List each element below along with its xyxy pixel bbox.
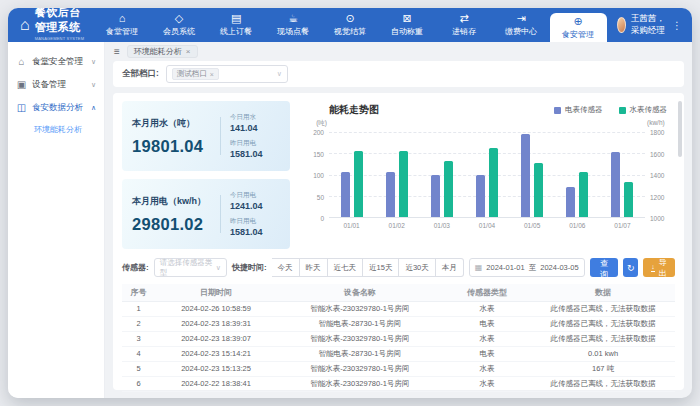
- stall-tag: 测试档口 ×: [172, 68, 219, 80]
- device-icon: ▣: [16, 79, 27, 90]
- tab-env-energy-analysis[interactable]: 环境能耗分析 ×: [127, 45, 198, 58]
- chevron-down-icon: ∨: [277, 70, 282, 78]
- top-nav-item[interactable]: ⌂ 食堂管理: [94, 8, 151, 42]
- cell-sensor-type: 水表: [443, 376, 531, 391]
- cell-datetime: 2024-02-22 18:38:41: [155, 376, 277, 391]
- cell-device-name: 智能水表-230329780-1号房间: [277, 301, 443, 316]
- user-name: 王茜茜，采购经理: [631, 13, 665, 37]
- kebab-menu-icon[interactable]: ⋮: [672, 20, 682, 31]
- water-bar: [354, 151, 363, 217]
- quick-time-button[interactable]: 昨天: [300, 258, 328, 277]
- house-icon: ⌂: [16, 56, 27, 67]
- stat-card: 本月用电（kw/h） 29801.02 今日用电 1241.04: [122, 179, 290, 249]
- chart-x-axis: 01/0101/0201/0301/0401/0501/0601/07: [329, 218, 645, 232]
- stat-value: 19801.04: [132, 137, 211, 156]
- water-bar: [624, 182, 633, 217]
- sidebar-item-food-safety-analysis[interactable]: ◫ 食安数据分析 ∧: [8, 96, 104, 119]
- axis-tick: 1200: [650, 193, 664, 200]
- table-row[interactable]: 6 2024-02-22 18:38:41 智能水表-230329780-1号房…: [122, 376, 675, 391]
- top-nav-item[interactable]: ⇄ 进销存: [436, 8, 493, 42]
- date-end: 2024-03-05: [540, 263, 578, 272]
- water-bar: [534, 163, 543, 217]
- table-row[interactable]: 1 2024-02-26 10:58:59 智能水表-230329780-1号房…: [122, 301, 675, 316]
- table-row[interactable]: 2 2024-02-23 18:39:31 智能电表-28730-1号房间 电表…: [122, 316, 675, 331]
- x-axis-label: 01/01: [343, 222, 359, 232]
- table-column-header: 数据: [531, 284, 675, 301]
- quick-time-button[interactable]: 今天: [272, 258, 300, 277]
- sensor-filter-label: 传感器:: [122, 262, 149, 273]
- quick-time-button[interactable]: 本月: [436, 258, 464, 277]
- cell-device-name: 智能水表-230329780-1号房间: [277, 376, 443, 391]
- cell-index: 3: [122, 331, 155, 346]
- top-nav-item[interactable]: ◇ 会员系统: [151, 8, 208, 42]
- bar-group: [521, 132, 543, 217]
- top-nav-item[interactable]: ⇥ 缴费中心: [493, 8, 550, 42]
- app-title: 餐饮后台管理系统: [35, 8, 88, 35]
- axis-tick: 1800: [650, 129, 664, 136]
- electric-bar: [431, 175, 440, 217]
- bar-group: [611, 132, 633, 217]
- quick-time-button[interactable]: 近七天: [328, 258, 364, 277]
- calendar-icon: ▦: [475, 263, 483, 272]
- table-header: 序号日期时间设备名称传感器类型数据: [122, 284, 675, 301]
- user-menu[interactable]: 王茜茜，采购经理 ⋮: [607, 8, 692, 42]
- sidebar-item-device-management[interactable]: ▣ 设备管理 ∨: [8, 73, 104, 96]
- tag-close-icon[interactable]: ×: [210, 71, 214, 78]
- x-axis-label: 01/05: [524, 222, 540, 232]
- user-avatar: [617, 17, 626, 33]
- table-row[interactable]: 4 2024-02-23 15:14:21 智能电表-28730-1号房间 电表…: [122, 346, 675, 361]
- chart-plot: [329, 132, 645, 218]
- sidebar-item-canteen-safety[interactable]: ⌂ 食堂安全管理 ∨: [8, 50, 104, 73]
- stat-side-label: 今日用电: [230, 191, 280, 200]
- date-range-picker[interactable]: ▦ 2024-01-01 至 2024-03-05: [469, 258, 585, 277]
- top-nav-item[interactable]: ⊕ 食安管理: [550, 13, 607, 42]
- sidebar-subitem-env-energy-analysis[interactable]: 环境能耗分析: [8, 119, 104, 140]
- scrollbar-thumb[interactable]: [678, 101, 682, 157]
- x-axis-label: 01/06: [569, 222, 585, 232]
- water-bar: [579, 172, 588, 217]
- table-row[interactable]: 5 2024-02-23 15:13:25 智能水表-230329780-1号房…: [122, 361, 675, 376]
- electric-bar: [566, 187, 575, 217]
- legend-label: 水表传感器: [630, 105, 668, 115]
- export-button-label: 导出: [659, 257, 667, 279]
- stall-select[interactable]: 测试档口 × ∨: [166, 65, 288, 83]
- top-navbar: ⌂ 餐饮后台管理系统 MANAGEMENT SYSTEM OF SMART CA…: [8, 8, 692, 42]
- axis-tick: 1400: [650, 172, 664, 179]
- cell-data: 167 吨: [531, 361, 675, 376]
- cell-datetime: 2024-02-23 15:14:21: [155, 346, 277, 361]
- cell-data: 此传感器已离线，无法获取数据: [531, 316, 675, 331]
- x-axis-label: 01/03: [434, 222, 450, 232]
- stat-title: 本月用水（吨）: [132, 117, 211, 130]
- table-row[interactable]: 3 2024-02-23 18:39:07 智能水表-230329780-1号房…: [122, 331, 675, 346]
- cell-sensor-type: 水表: [443, 361, 531, 376]
- nav-item-label: 自动称重: [391, 26, 423, 37]
- nav-item-label: 缴费中心: [505, 26, 537, 37]
- electric-bar: [611, 152, 620, 217]
- water-bar: [399, 151, 408, 217]
- top-nav-item[interactable]: ⊙ 视觉结算: [322, 8, 379, 42]
- sensor-type-select[interactable]: 请选择传感器类型 ∨: [154, 258, 227, 277]
- legend-item[interactable]: 电表传感器: [554, 105, 603, 115]
- table-column-header: 序号: [122, 284, 155, 301]
- top-nav-item[interactable]: ▤ 线上订餐: [208, 8, 265, 42]
- stall-tag-label: 测试档口: [177, 69, 207, 79]
- sidebar: ⌂ 食堂安全管理 ∨ ▣ 设备管理 ∨ ◫ 食安数据分析 ∧ 环境能耗分析: [8, 42, 105, 398]
- quick-time-button[interactable]: 近15天: [363, 258, 399, 277]
- legend-item[interactable]: 水表传感器: [619, 105, 668, 115]
- quick-time-button[interactable]: 近30天: [399, 258, 435, 277]
- nav-item-label: 进销存: [452, 26, 476, 37]
- close-icon[interactable]: ×: [186, 47, 191, 56]
- nav-item-icon: ◇: [175, 13, 183, 24]
- app-window: ⌂ 餐饮后台管理系统 MANAGEMENT SYSTEM OF SMART CA…: [8, 8, 692, 398]
- search-button[interactable]: 查询: [590, 258, 619, 277]
- table-column-header: 日期时间: [155, 284, 277, 301]
- x-axis-label: 01/07: [614, 222, 630, 232]
- table-body: 1 2024-02-26 10:58:59 智能水表-230329780-1号房…: [122, 301, 675, 391]
- top-nav-item[interactable]: ☕ 现场点餐: [265, 8, 322, 42]
- sidebar-collapse-icon[interactable]: ≡: [114, 46, 120, 57]
- top-nav-item[interactable]: ⊠ 自动称重: [379, 8, 436, 42]
- refresh-button[interactable]: ↻: [623, 258, 638, 277]
- export-button[interactable]: ↓ 导出: [643, 258, 675, 277]
- cell-index: 1: [122, 301, 155, 316]
- nav-item-icon: ⇥: [516, 13, 525, 24]
